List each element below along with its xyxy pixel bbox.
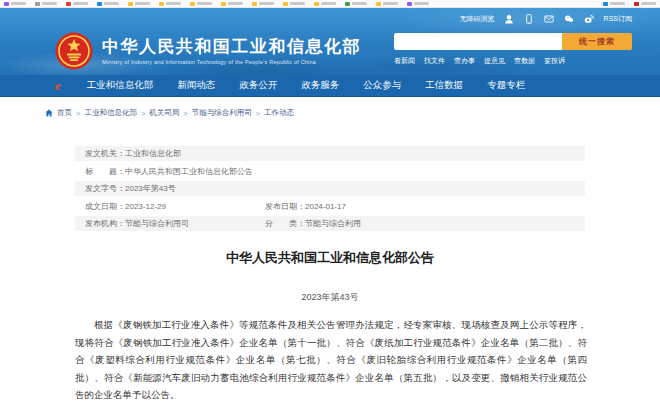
nav-item-gov-disclosure[interactable]: 政务公开 [239,79,277,92]
bookmark-item[interactable] [603,2,625,6]
bookmark-item[interactable] [66,2,88,6]
article-doc-number: 2023年第43号 [75,291,585,304]
bookmark-item[interactable] [407,2,429,6]
weibo-icon[interactable] [584,13,595,24]
accessibility-link[interactable]: 无障碍浏览 [460,14,495,24]
browser-bookmarks-bar[interactable] [0,0,660,8]
search-quick-links: 看新闻 找文件 查办事 提意见 查数据 要投诉 [394,56,632,66]
site-subtitle: Ministry of Industry and Information Tec… [102,59,361,65]
breadcrumb-work-updates[interactable]: 工作动态 [264,108,294,118]
rss-link[interactable]: RSS订阅 [604,14,632,24]
quick-link-suggestions[interactable]: 提意见 [484,56,505,66]
mobile-icon[interactable] [524,13,535,24]
document-meta-table: 发文机关：工业和信息化部 标 题：中华人民共和国工业和信息化部公告 发文字号：2… [75,146,585,234]
meta-row-doc-number: 发文字号：2023年第43号 [75,181,585,196]
bookmark-item[interactable] [35,2,57,6]
bookmark-item[interactable] [4,2,26,6]
bookmark-item[interactable] [634,2,656,6]
breadcrumb-departments[interactable]: 机关司局 [149,108,179,118]
robot-icon[interactable] [504,13,515,24]
nav-item-special-topics[interactable]: 专题专栏 [487,79,525,92]
site-header: 无障碍浏览 RSS订阅 [0,8,660,75]
nav-item-public-participation[interactable]: 公众参与 [363,79,401,92]
page: 无障碍浏览 RSS订阅 [0,0,660,404]
search-area: 统一搜索 看新闻 找文件 查办事 提意见 查数据 要投诉 [394,33,632,66]
e-gov-logo-icon: e [55,79,61,92]
mail-icon[interactable] [544,13,555,24]
nav-item-ministry[interactable]: 工业和信息化部 [87,79,154,92]
bookmark-item[interactable] [221,2,243,6]
home-icon[interactable] [45,109,53,117]
bookmark-item[interactable] [190,2,212,6]
nav-items: 工业和信息化部 新闻动态 政务公开 政务服务 公众参与 工信数据 专题专栏 [87,79,526,92]
national-emblem-logo [55,32,93,70]
article-body: 根据《废钢铁加工行业准入条件》等规范条件及相关公告管理办法规定，经专家审核、现场… [75,316,587,404]
breadcrumb-ministry[interactable]: 工业和信息化部 [84,108,137,118]
breadcrumb-separator: > [141,109,145,118]
brand: 中华人民共和国工业和信息化部 Ministry of Industry and … [55,32,361,70]
breadcrumb: 首页 > 工业和信息化部 > 机关司局 > 节能与综合利用司 > 工作动态 [45,108,294,118]
meta-row-publisher-category: 发布机构：节能与综合利用司 分 类：节能与综合利用 [75,216,585,231]
breadcrumb-home[interactable]: 首页 [57,108,72,118]
main-nav: e 工业和信息化部 新闻动态 政务公开 政务服务 公众参与 工信数据 专题专栏 [0,75,660,97]
bookmark-item[interactable] [376,2,398,6]
bookmark-item[interactable] [314,2,336,6]
search-input[interactable] [394,33,562,50]
meta-row-issuing-agency: 发文机关：工业和信息化部 [75,146,585,161]
article-title: 中华人民共和国工业和信息化部公告 [75,249,585,267]
quick-link-news[interactable]: 看新闻 [394,56,415,66]
quick-link-complaints[interactable]: 要投诉 [544,56,565,66]
quick-link-documents[interactable]: 找文件 [424,56,445,66]
breadcrumb-separator: > [76,109,80,118]
bookmark-item[interactable] [252,2,274,6]
breadcrumb-separator: > [183,109,187,118]
quick-link-data[interactable]: 查数据 [514,56,535,66]
site-title: 中华人民共和国工业和信息化部 [102,37,361,57]
breadcrumb-separator: > [256,109,260,118]
bookmark-item[interactable] [159,2,181,6]
bookmark-item[interactable] [345,2,367,6]
brand-text: 中华人民共和国工业和信息化部 Ministry of Industry and … [102,37,361,65]
utility-bar: 无障碍浏览 RSS订阅 [460,13,632,24]
nav-item-miit-data[interactable]: 工信数据 [425,79,463,92]
breadcrumb-energy-dept[interactable]: 节能与综合利用司 [192,108,252,118]
bookmark-item[interactable] [128,2,150,6]
meta-row-dates: 成文日期：2023-12-29 发布日期：2024-01-17 [75,199,585,214]
quick-link-services[interactable]: 查办事 [454,56,475,66]
bookmark-item[interactable] [283,2,305,6]
nav-item-news[interactable]: 新闻动态 [177,79,215,92]
search-button[interactable]: 统一搜索 [562,33,632,50]
bookmark-item[interactable] [97,2,119,6]
meta-row-title: 标 题：中华人民共和国工业和信息化部公告 [75,164,585,179]
nav-item-gov-services[interactable]: 政务服务 [301,79,339,92]
wechat-icon[interactable] [564,13,575,24]
